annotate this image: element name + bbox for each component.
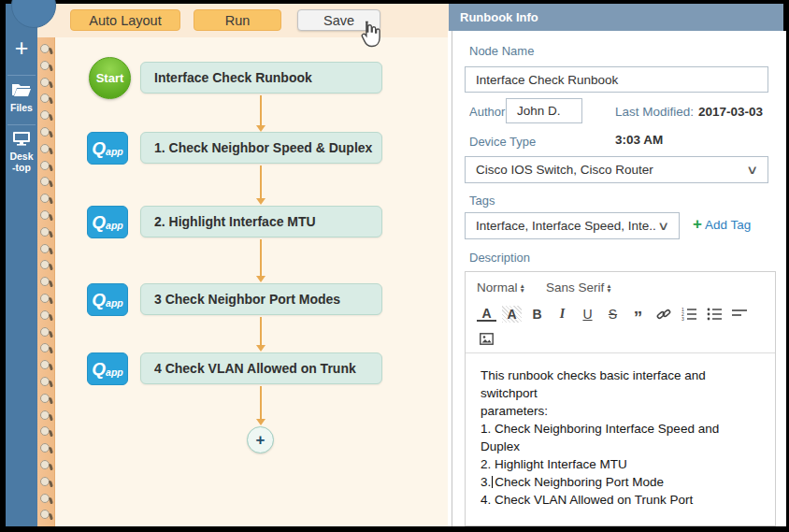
underline-button[interactable]: U [578,306,597,323]
image-icon[interactable] [477,330,496,347]
spiral-ring-icon [40,410,50,420]
sort-arrows-icon: ▲▼ [606,283,611,293]
spiral-ring-icon [40,260,50,269]
flow-arrow [260,317,262,346]
description-editor: Normal ▲▼ Sans Serif ▲▼ A A B I U S ” [465,271,776,526]
sidebar-item-label: -top [6,162,37,173]
add-tag-button[interactable]: + Add Tag [693,217,751,232]
qapp-icon[interactable]: Qapp [87,132,128,165]
node-name-label: Node Name [469,44,534,58]
last-modified-label: Last Modified: [615,105,694,119]
description-line: 4. Check VLAN Allowed on Trunk Port [481,491,760,509]
sidebar-item-label: Desk [6,151,37,162]
italic-button[interactable]: I [552,306,572,323]
flow-arrow [260,95,262,126]
save-button[interactable]: Save [297,9,380,31]
text-caret [492,476,493,488]
run-button[interactable]: Run [194,9,281,31]
chevron-down-icon: ∨ [658,219,670,233]
description-label: Description [469,251,530,265]
spiral-ring-icon [40,310,50,320]
flow-node[interactable]: 2. Highlight Interface MTU [140,206,382,237]
sidebar-item-label: Files [6,102,37,113]
monitor-icon [11,134,32,150]
flow-arrow [260,239,262,277]
spiral-ring-icon [40,294,50,303]
node-name-input[interactable]: Interface Check Runbook [465,66,768,93]
ordered-list-icon[interactable]: 123 [679,306,698,323]
highlight-color-button[interactable]: A [502,306,522,323]
font-style-select[interactable]: Sans Serif ▲▼ [546,280,625,295]
sidebar-item-add[interactable]: + [6,36,37,60]
strikethrough-button[interactable]: S [603,306,623,323]
spiral-ring-icon [40,377,50,386]
spiral-ring-icon [40,144,50,153]
spiral-ring-icon [40,494,50,503]
sidebar-item-files[interactable]: Files [6,82,37,113]
flow-canvas[interactable] [37,37,449,526]
align-icon[interactable] [729,306,749,323]
tags-select[interactable]: Interface, Interface Speed, Inte.. ∨ [465,212,680,239]
spiral-ring-icon [40,78,50,87]
editor-toolbar: Normal ▲▼ Sans Serif ▲▼ A A B I U S ” [466,272,775,353]
sort-arrows-icon: ▲▼ [520,283,525,293]
spiral-ring-icon [40,110,50,120]
spiral-ring-icon [40,277,50,286]
add-node-button[interactable]: + [247,426,274,453]
description-line: This runbook checks basic interface and … [481,367,760,402]
spiral-ring-icon [40,460,50,469]
start-node[interactable]: Start [89,57,131,99]
spiral-ring-icon [40,127,50,137]
link-icon[interactable] [653,306,673,323]
paragraph-style-select[interactable]: Normal ▲▼ [477,280,538,295]
flow-node[interactable]: 1. Check Neighbor Speed & Duplex [140,132,382,164]
spiral-binding [37,37,55,526]
last-modified-time: 3:03 AM [615,133,663,147]
flow-node-title[interactable]: Interface Check Runbook [140,62,382,93]
flow-arrow [260,165,262,199]
spiral-ring-icon [40,177,50,186]
app-window: + Files Desk -top Auto Layout Run Save [0,0,789,532]
qapp-icon[interactable]: Qapp [87,206,128,238]
tags-label: Tags [469,194,495,208]
panel-title: Runbook Info [449,4,783,31]
device-type-select[interactable]: Cisco IOS Switch, Cisco Router ∨ [465,156,768,183]
bold-button[interactable]: B [527,306,547,323]
description-line: 3.Check Neighboring Port Mode [481,473,760,491]
qapp-icon[interactable]: Qapp [87,283,128,316]
description-textarea[interactable]: This runbook checks basic interface and … [466,353,775,522]
text-color-button[interactable]: A [477,307,496,322]
plus-icon: + [693,217,702,232]
qapp-icon[interactable]: Qapp [87,352,128,385]
spiral-ring-icon [40,44,50,53]
spiral-ring-icon [40,210,50,220]
spiral-ring-icon [40,343,50,352]
flow-arrow [260,386,262,420]
sidebar-divider [7,124,36,125]
panel-divider [452,31,452,526]
spiral-ring-icon [40,426,50,436]
author-label: Author: [469,105,509,119]
flow-node[interactable]: 3 Check Neighbor Port Modes [140,283,382,315]
spiral-ring-icon [40,443,50,453]
spiral-ring-icon [40,93,50,103]
folder-icon [11,85,32,101]
description-line: parameters: [481,402,760,420]
author-input[interactable]: John D. [506,98,582,123]
last-modified-date: 2017-03-03 [698,105,763,119]
svg-text:3: 3 [681,316,684,321]
spiral-ring-icon [40,244,50,253]
last-modified: Last Modified: 2017-03-03 [615,105,763,119]
flow-node[interactable]: 4 Check VLAN Allowed on Trunk [140,352,382,384]
device-type-label: Device Type [469,135,536,149]
sidebar-divider [7,75,36,76]
spiral-ring-icon [40,227,50,237]
spiral-ring-icon [40,161,50,170]
description-line: 1. Check Neighboring Interface Speed and… [481,420,760,455]
spiral-ring-icon [40,61,50,70]
sidebar-item-desktop[interactable]: Desk -top [6,131,37,173]
blockquote-button[interactable]: ” [628,302,648,326]
description-line: 2. Highlight Interface MTU [481,455,760,473]
auto-layout-button[interactable]: Auto Layout [70,9,180,31]
bullet-list-icon[interactable] [704,306,724,323]
